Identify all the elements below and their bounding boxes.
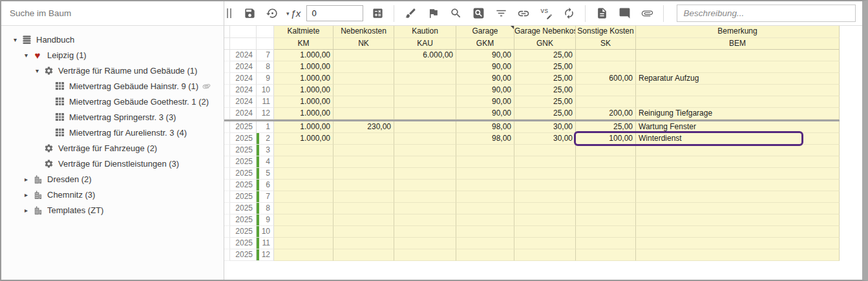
tree-item[interactable]: ▸Dresden (2) xyxy=(1,171,224,187)
cell-km[interactable]: 1.000,00 xyxy=(274,61,333,73)
cell-km[interactable]: 1.000,00 xyxy=(274,85,333,96)
cell-sk[interactable] xyxy=(576,85,636,96)
cell-kau[interactable] xyxy=(394,180,456,191)
column-code-nk[interactable]: NK xyxy=(333,38,394,50)
cell-sk[interactable] xyxy=(576,50,636,61)
cell-sk[interactable] xyxy=(576,214,636,226)
row-header-year[interactable]: 2025 xyxy=(230,168,257,180)
tree-item[interactable]: Mietvertrag Gebäude Hainstr. 9 (1) xyxy=(1,78,224,94)
cell-bem[interactable] xyxy=(636,61,840,73)
row-header-year[interactable]: 2025 xyxy=(230,238,257,249)
tree-item[interactable]: ▸Chemnitz (3) xyxy=(1,187,224,202)
row-header-month[interactable]: 6 xyxy=(257,180,274,191)
cell-bem[interactable] xyxy=(636,96,840,108)
cell-gnk[interactable] xyxy=(514,214,576,226)
cell-sk[interactable] xyxy=(576,96,636,108)
cell-kau[interactable] xyxy=(394,156,456,168)
row-header-month[interactable]: 11 xyxy=(257,238,274,249)
cell-bem[interactable] xyxy=(636,168,840,180)
cell-sk[interactable] xyxy=(576,61,636,73)
cell-sk[interactable] xyxy=(576,168,636,180)
cell-kau[interactable] xyxy=(394,191,456,203)
cell-gnk[interactable] xyxy=(514,156,576,168)
row-header-month[interactable]: 3 xyxy=(257,145,274,156)
row-header-year[interactable]: 2025 xyxy=(230,180,257,191)
column-header-bem[interactable]: Bemerkung xyxy=(636,26,840,38)
column-header-gnk[interactable]: Garage Nebenkosten xyxy=(514,26,576,38)
cell-sk[interactable]: 100,00 xyxy=(576,133,636,145)
cell-bem[interactable] xyxy=(636,249,840,261)
tree-item[interactable]: Mietvertrag Springerstr. 3 (3) xyxy=(1,109,224,125)
cell-gkm[interactable]: 98,00 xyxy=(456,121,514,133)
cell-kau[interactable] xyxy=(394,73,456,85)
row-header-year[interactable]: 2025 xyxy=(230,249,257,261)
cell-gkm[interactable] xyxy=(456,156,514,168)
row-header-month[interactable]: 5 xyxy=(257,168,274,180)
cell-nk[interactable] xyxy=(333,238,394,249)
row-header-month[interactable]: 9 xyxy=(257,73,274,85)
column-code-sk[interactable]: SK xyxy=(576,38,636,50)
cell-gnk[interactable]: 30,00 xyxy=(514,133,576,145)
row-header-year[interactable]: 2025 xyxy=(230,191,257,203)
cell-gkm[interactable] xyxy=(456,168,514,180)
cell-sk[interactable] xyxy=(576,191,636,203)
cell-gnk[interactable] xyxy=(514,249,576,261)
cell-nk[interactable] xyxy=(333,73,394,85)
cell-sk[interactable] xyxy=(576,156,636,168)
row-header-year[interactable]: 2024 xyxy=(230,96,257,108)
cell-km[interactable] xyxy=(274,238,333,249)
cell-kau[interactable] xyxy=(394,96,456,108)
cell-kau[interactable] xyxy=(394,214,456,226)
cell-nk[interactable] xyxy=(333,226,394,238)
cell-km[interactable] xyxy=(274,203,333,214)
row-header-month[interactable]: 8 xyxy=(257,61,274,73)
cell-km[interactable] xyxy=(274,249,333,261)
row-header-month[interactable]: 7 xyxy=(257,191,274,203)
cell-kau[interactable] xyxy=(394,226,456,238)
row-header-month[interactable]: 8 xyxy=(257,203,274,214)
cell-nk[interactable] xyxy=(333,191,394,203)
cell-gnk[interactable] xyxy=(514,238,576,249)
comment-button[interactable] xyxy=(616,5,633,22)
column-code-km[interactable]: KM xyxy=(274,38,333,50)
cell-nk[interactable] xyxy=(333,85,394,96)
cell-gkm[interactable]: 90,00 xyxy=(456,108,514,120)
row-header-year[interactable]: 2025 xyxy=(230,156,257,168)
cell-km[interactable] xyxy=(274,168,333,180)
cell-kau[interactable] xyxy=(394,238,456,249)
row-header-month[interactable]: 7 xyxy=(257,50,274,61)
cell-gkm[interactable]: 90,00 xyxy=(456,61,514,73)
search-in-table-button[interactable] xyxy=(470,5,487,22)
cell-bem[interactable] xyxy=(636,214,840,226)
cell-bem[interactable] xyxy=(636,203,840,214)
cell-kau[interactable] xyxy=(394,108,456,120)
document-button[interactable] xyxy=(593,5,610,22)
cell-kau[interactable] xyxy=(394,249,456,261)
cell-gkm[interactable] xyxy=(456,203,514,214)
column-code-kau[interactable]: KAU xyxy=(394,38,456,50)
cell-gnk[interactable]: 25,00 xyxy=(514,50,576,61)
cell-gnk[interactable]: 25,00 xyxy=(514,73,576,85)
cell-km[interactable] xyxy=(274,191,333,203)
cell-nk[interactable] xyxy=(333,249,394,261)
cell-kau[interactable] xyxy=(394,61,456,73)
cell-km[interactable]: 1.000,00 xyxy=(274,121,333,133)
cell-gkm[interactable] xyxy=(456,145,514,156)
cell-km[interactable]: 1.000,00 xyxy=(274,50,333,61)
cell-bem[interactable] xyxy=(636,85,840,96)
expand-arrow-icon[interactable]: ▸ xyxy=(21,176,31,183)
cell-gnk[interactable] xyxy=(514,145,576,156)
cell-bem[interactable]: Winterdienst xyxy=(636,133,840,145)
row-header-month[interactable]: 11 xyxy=(257,96,274,108)
tree-item[interactable]: Verträge für Fahrzeuge (2) xyxy=(1,140,224,156)
cell-sk[interactable]: 25,00 xyxy=(576,121,636,133)
row-header-year[interactable]: 2024 xyxy=(230,61,257,73)
cell-gnk[interactable]: 25,00 xyxy=(514,96,576,108)
cell-bem[interactable] xyxy=(636,226,840,238)
cell-sk[interactable] xyxy=(576,226,636,238)
cell-km[interactable] xyxy=(274,226,333,238)
cell-bem[interactable]: Reinigung Tiefgarage xyxy=(636,108,840,120)
toolbar-drag-handle[interactable] xyxy=(227,8,231,18)
cell-sk[interactable]: 600,00 xyxy=(576,73,636,85)
cell-km[interactable] xyxy=(274,156,333,168)
